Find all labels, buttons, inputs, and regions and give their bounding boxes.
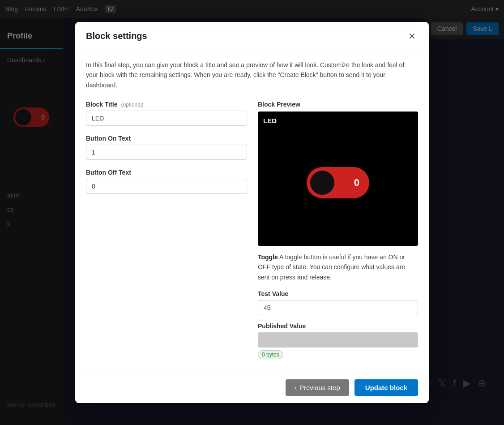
modal-left-column: Block Title (optional) Button On Text Bu… bbox=[86, 101, 247, 359]
close-icon: ✕ bbox=[408, 31, 416, 42]
test-value-section: Test Value Published Value 0 bytes bbox=[258, 290, 418, 359]
published-value-input bbox=[258, 332, 418, 348]
toggle-description: Toggle A toggle button is useful if you … bbox=[258, 252, 418, 282]
bytes-badge: 0 bytes bbox=[258, 350, 283, 359]
update-block-button[interactable]: Update block bbox=[355, 379, 418, 396]
modal-right-column: Block Preview LED 0 Toggle bbox=[258, 101, 418, 359]
preview-toggle-container: 0 bbox=[263, 124, 413, 240]
button-on-group: Button On Text bbox=[86, 135, 247, 160]
test-value-input[interactable] bbox=[258, 300, 418, 315]
previous-step-button[interactable]: ‹ Previous step bbox=[286, 379, 349, 396]
preview-toggle[interactable]: 0 bbox=[307, 167, 369, 198]
modal-columns: Block Title (optional) Button On Text Bu… bbox=[86, 101, 418, 359]
block-title-group: Block Title (optional) bbox=[86, 101, 247, 126]
button-off-label: Button Off Text bbox=[86, 169, 247, 176]
preview-toggle-knob bbox=[309, 170, 335, 196]
block-settings-modal: Block settings ✕ In this final step, you… bbox=[75, 22, 429, 403]
block-title-label: Block Title (optional) bbox=[86, 101, 247, 108]
block-title-input[interactable] bbox=[86, 111, 247, 126]
block-title-optional: (optional) bbox=[121, 102, 143, 108]
test-value-label: Test Value bbox=[258, 290, 418, 297]
modal-close-button[interactable]: ✕ bbox=[406, 30, 418, 43]
modal-footer: ‹ Previous step Update block bbox=[75, 372, 429, 403]
modal-header: Block settings ✕ bbox=[75, 22, 429, 51]
modal-body: In this final step, you can give your bl… bbox=[75, 51, 429, 368]
previous-step-label: Previous step bbox=[299, 384, 340, 391]
chevron-left-icon: ‹ bbox=[295, 384, 297, 391]
modal-title: Block settings bbox=[86, 31, 147, 41]
button-on-input[interactable] bbox=[86, 145, 247, 160]
published-value-label: Published Value bbox=[258, 322, 418, 330]
button-off-input[interactable] bbox=[86, 179, 247, 194]
preview-toggle-value: 0 bbox=[354, 177, 359, 189]
block-preview: LED 0 bbox=[258, 112, 418, 246]
toggle-desc-text: A toggle button is useful if you have an… bbox=[258, 253, 405, 281]
toggle-heading: Toggle bbox=[258, 253, 278, 261]
button-off-group: Button Off Text bbox=[86, 169, 247, 194]
modal-description: In this final step, you can give your bl… bbox=[86, 60, 418, 90]
preview-label: Block Preview bbox=[258, 101, 418, 108]
preview-title: LED bbox=[263, 117, 413, 124]
button-on-label: Button On Text bbox=[86, 135, 247, 142]
modal-overlay: Block settings ✕ In this final step, you… bbox=[0, 0, 504, 425]
